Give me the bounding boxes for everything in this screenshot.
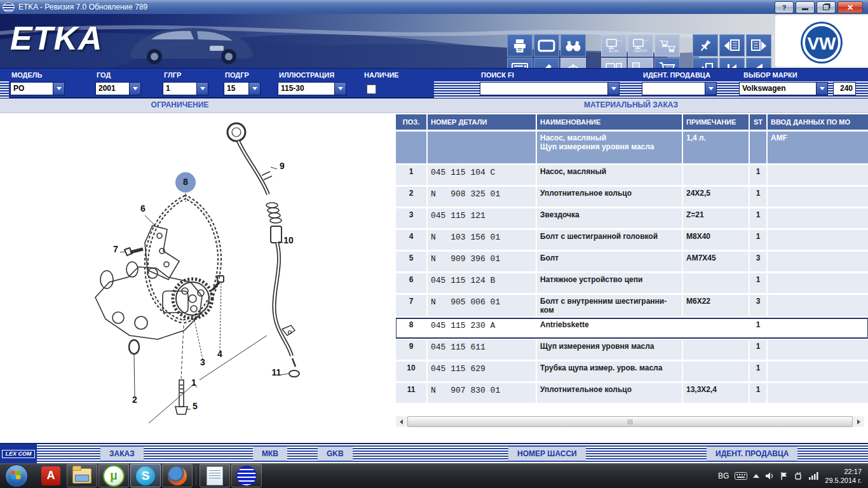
next-illustration-icon[interactable] — [746, 34, 771, 57]
callout-4[interactable]: 4 — [217, 349, 222, 359]
etka-taskbar-icon[interactable] — [231, 464, 262, 487]
print-icon[interactable] — [507, 34, 532, 57]
network-signal-icon[interactable] — [809, 471, 819, 480]
table-row[interactable]: 8045 115 230 AAntriebskette1 — [396, 318, 868, 338]
help-button[interactable]: ? — [775, 1, 794, 13]
language-indicator[interactable]: BG — [718, 471, 729, 480]
callout-5[interactable]: 5 — [193, 401, 198, 411]
cell-mo — [768, 230, 868, 250]
keyboard-icon[interactable] — [735, 472, 747, 480]
table-row[interactable]: 3045 115 121ЗвездочкаZ=211 — [396, 208, 868, 228]
vendor-id-button[interactable]: ИДЕНТ. ПРОДАВЦА — [707, 447, 797, 461]
callout-7[interactable]: 7 — [113, 244, 118, 254]
mkb-button[interactable]: МКВ — [253, 447, 287, 461]
power-plug-icon[interactable] — [794, 471, 803, 480]
restore-button[interactable] — [817, 1, 836, 13]
chassis-number-button[interactable]: НОМЕР ШАССИ — [508, 447, 586, 461]
availability-label: НАЛИЧИЕ — [364, 71, 399, 79]
table-row[interactable]: 9045 115 611Щуп измерения уровня масла1 — [396, 340, 868, 360]
cell-mo — [768, 165, 868, 185]
callout-6[interactable]: 6 — [140, 203, 146, 214]
year-label: ГОД — [97, 71, 111, 79]
callout-2[interactable]: 2 — [132, 395, 137, 405]
vw-logo: VW — [799, 20, 844, 65]
hidden-icons-arrow[interactable] — [753, 471, 759, 478]
callout-8[interactable]: 8 — [175, 172, 196, 193]
scroll-thumb[interactable] — [407, 416, 853, 427]
col-pos: ПОЗ. — [396, 114, 426, 130]
cell-note: AM7X45 — [683, 252, 749, 271]
adobe-reader-icon[interactable]: A — [36, 464, 65, 487]
callout-1[interactable]: 1 — [191, 377, 196, 388]
parts-table-body: 1045 115 104 CНасос, масляный12N 908 325… — [396, 165, 868, 403]
svg-text:8: 8 — [183, 177, 188, 187]
window-title: ETKA - Ревизия 7.0 Обновление 789 — [18, 3, 147, 11]
minimize-button[interactable] — [796, 1, 815, 13]
clock[interactable]: 22:17 29.5.2014 г. — [825, 467, 862, 485]
prev-illustration-icon[interactable] — [719, 34, 745, 57]
brand-select[interactable]: Volkswagen — [739, 82, 828, 95]
parts-list-icon[interactable] — [507, 58, 532, 68]
skype-icon[interactable]: S — [130, 464, 161, 487]
explorer-icon[interactable] — [67, 464, 97, 487]
utorrent-icon[interactable]: µ — [98, 464, 129, 487]
chevron-down-icon — [196, 83, 208, 95]
table-row[interactable]: 11N 907 830 01Уплотнительное кольцо13,3X… — [396, 383, 868, 403]
availability-checkbox[interactable] — [367, 85, 376, 94]
model-select[interactable]: PO — [10, 82, 65, 95]
illustration-select[interactable]: 115-30 — [278, 82, 346, 95]
start-button[interactable] — [5, 464, 28, 487]
skip-back-icon[interactable] — [719, 58, 745, 68]
exit-icon[interactable] — [693, 58, 718, 68]
horizontal-scrollbar[interactable] — [396, 416, 864, 427]
cell-note: M8X40 — [683, 230, 749, 250]
shopping-cart-icon[interactable] — [654, 58, 680, 68]
group-name: Насос, масляный Щуп измерения уровня мас… — [537, 132, 682, 163]
callout-3[interactable]: 3 — [200, 357, 205, 367]
scroll-left-arrow[interactable] — [396, 416, 406, 427]
scroll-right-arrow[interactable] — [854, 416, 864, 427]
col-st: ST — [750, 114, 766, 130]
parts-table: ПОЗ. НОМЕР ДЕТАЛИ НАИМЕНОВАНИЕ ПРИМЕЧАНИ… — [396, 114, 868, 410]
search-binoculars-icon[interactable] — [560, 34, 586, 57]
firefox-icon[interactable] — [162, 464, 193, 487]
notepad-icon[interactable] — [200, 464, 230, 487]
edit-pencil-icon[interactable] — [534, 58, 559, 68]
cell-part: N 907 830 01 — [428, 383, 536, 403]
bottom-bar: LEX COM ЗАКАЗ МКВ GKB НОМЕР ШАССИ ИДЕНТ.… — [0, 443, 868, 463]
cell-note — [683, 340, 749, 360]
pin-icon[interactable] — [693, 34, 718, 57]
svg-text:1: 1 — [191, 377, 196, 388]
brand-code-field[interactable]: 240 — [833, 82, 856, 95]
table-row[interactable]: 6045 115 124 BНатяжное устройство цепи1 — [396, 273, 868, 293]
gkb-button[interactable]: GKB — [318, 447, 353, 461]
cell-st: 1 — [750, 208, 766, 228]
back-icon[interactable] — [746, 58, 771, 68]
sub-group-select[interactable]: 15 — [224, 82, 261, 95]
vendor-id-select[interactable] — [642, 82, 717, 95]
system-tray: BG — [718, 467, 868, 485]
table-row[interactable]: 10045 115 629Трубка щупа измер. уров. ма… — [396, 362, 868, 381]
cell-name: Трубка щупа измер. уров. масла — [537, 362, 682, 381]
order-button[interactable]: ЗАКАЗ — [100, 447, 144, 461]
callout-11[interactable]: 11 — [272, 367, 281, 377]
transfer-carts-icon — [654, 34, 680, 57]
cell-pos: 10 — [396, 362, 426, 381]
year-select[interactable]: 2001 — [95, 82, 141, 95]
main-group-select[interactable]: 1 — [163, 82, 208, 95]
table-row[interactable]: 5N 909 396 01БолтAM7X453 — [396, 252, 868, 271]
volume-icon[interactable] — [765, 471, 774, 480]
callout-10[interactable]: 10 — [283, 235, 294, 245]
action-center-flag-icon[interactable] — [780, 471, 789, 480]
callout-9[interactable]: 9 — [280, 161, 285, 171]
cell-part: 045 115 121 — [428, 208, 536, 228]
cell-name: Насос, масляный — [537, 165, 682, 185]
table-row[interactable]: 1045 115 104 CНасос, масляный1 — [396, 165, 868, 185]
table-row[interactable]: 2N 908 325 01Уплотнительное кольцо24X2,5… — [396, 187, 868, 207]
table-row[interactable]: 7N 905 006 01Болт с внутренним шестигран… — [396, 295, 868, 316]
close-button[interactable]: ✕ — [837, 1, 863, 13]
elsa-icon: ELSA — [601, 34, 627, 57]
fullscreen-icon[interactable] — [534, 34, 559, 57]
table-row[interactable]: 4N 103 156 01Болт с шестигранной головко… — [396, 230, 868, 250]
fi-search-select[interactable] — [480, 82, 620, 95]
